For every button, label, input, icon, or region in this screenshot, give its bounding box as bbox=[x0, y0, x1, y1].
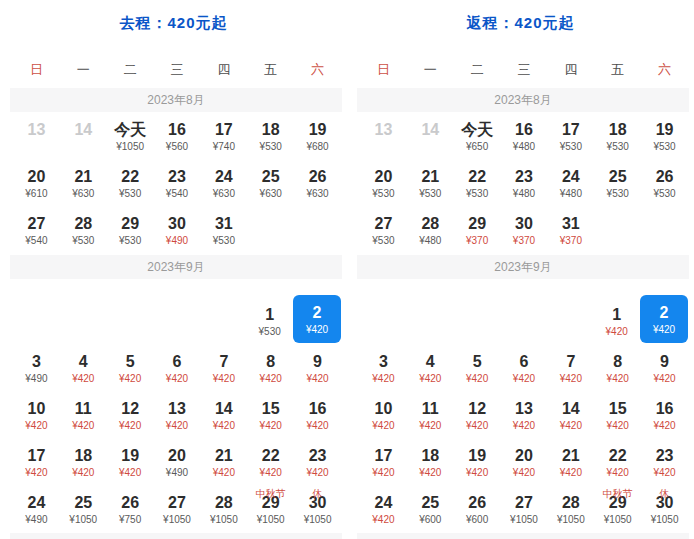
calendar-day-cell[interactable]: 14¥420 bbox=[547, 391, 594, 438]
day-cell-content: 28¥480 bbox=[407, 214, 454, 247]
calendar-day-cell[interactable]: 19¥530 bbox=[641, 112, 688, 159]
calendar-day-cell[interactable]: 15¥420 bbox=[594, 391, 641, 438]
calendar-day-cell[interactable]: 5¥420 bbox=[454, 344, 501, 391]
calendar-day-cell[interactable]: 今天¥1050 bbox=[107, 112, 154, 159]
calendar-day-cell[interactable]: 19¥680 bbox=[294, 112, 341, 159]
calendar-day-cell[interactable]: 25¥1050 bbox=[60, 485, 107, 532]
day-number: 13 bbox=[360, 120, 407, 140]
calendar-day-cell[interactable]: 24¥480 bbox=[547, 159, 594, 206]
calendar-day-cell[interactable]: 26¥600 bbox=[454, 485, 501, 532]
calendar-day-cell[interactable]: 16¥560 bbox=[154, 112, 201, 159]
calendar-day-cell[interactable]: 28¥480 bbox=[407, 206, 454, 253]
calendar-day-cell[interactable]: 21¥420 bbox=[200, 438, 247, 485]
calendar-day-cell[interactable]: 23¥420 bbox=[641, 438, 688, 485]
calendar-day-cell[interactable]: 26¥750 bbox=[107, 485, 154, 532]
calendar-day-cell[interactable]: 22¥530 bbox=[107, 159, 154, 206]
calendar-day-cell[interactable]: 16¥420 bbox=[294, 391, 341, 438]
calendar-day-cell[interactable]: 24¥420 bbox=[360, 485, 407, 532]
calendar-day-cell[interactable]: 28¥1050 bbox=[547, 485, 594, 532]
calendar-day-cell[interactable]: 21¥420 bbox=[547, 438, 594, 485]
calendar-day-cell[interactable]: 16¥480 bbox=[501, 112, 548, 159]
calendar-day-cell[interactable]: 12¥420 bbox=[107, 391, 154, 438]
calendar-day-cell[interactable]: 4¥420 bbox=[407, 344, 454, 391]
calendar-day-cell[interactable]: 7¥420 bbox=[547, 344, 594, 391]
calendar-day-cell[interactable]: 18¥420 bbox=[60, 438, 107, 485]
calendar-day-cell[interactable]: 17¥740 bbox=[200, 112, 247, 159]
day-number: 24 bbox=[360, 493, 407, 513]
calendar-day-cell[interactable]: 31¥530 bbox=[200, 206, 247, 253]
calendar-day-cell[interactable]: 9¥420 bbox=[641, 344, 688, 391]
calendar-day-cell[interactable]: 9¥420 bbox=[294, 344, 341, 391]
calendar-day-cell[interactable]: 13¥420 bbox=[501, 391, 548, 438]
calendar-day-cell[interactable]: 30¥370 bbox=[501, 206, 548, 253]
calendar-day-cell[interactable]: 20¥420 bbox=[501, 438, 548, 485]
calendar-day-cell[interactable]: 12¥420 bbox=[454, 391, 501, 438]
calendar-day-cell[interactable]: 23¥480 bbox=[501, 159, 548, 206]
calendar-day-cell[interactable]: 27¥530 bbox=[360, 206, 407, 253]
calendar-day-cell[interactable]: 10¥420 bbox=[13, 391, 60, 438]
calendar-day-cell[interactable]: 17¥420 bbox=[13, 438, 60, 485]
calendar-day-cell[interactable]: 20¥530 bbox=[360, 159, 407, 206]
calendar-day-cell[interactable]: 16¥420 bbox=[641, 391, 688, 438]
calendar-day-cell[interactable]: 2¥420 bbox=[293, 279, 341, 344]
calendar-day-cell[interactable]: 1¥420 bbox=[593, 279, 640, 344]
calendar-day-cell[interactable]: 17¥420 bbox=[360, 438, 407, 485]
calendar-day-cell[interactable]: 6¥420 bbox=[154, 344, 201, 391]
calendar-day-cell[interactable]: 中秋节29¥1050 bbox=[594, 485, 641, 532]
calendar-day-cell[interactable]: 21¥630 bbox=[60, 159, 107, 206]
calendar-day-cell[interactable]: 23¥540 bbox=[154, 159, 201, 206]
calendar-day-cell[interactable]: 28¥530 bbox=[60, 206, 107, 253]
calendar-day-cell[interactable]: 19¥420 bbox=[454, 438, 501, 485]
calendar-day-cell[interactable]: 27¥1050 bbox=[154, 485, 201, 532]
calendar-day-cell[interactable]: 25¥530 bbox=[594, 159, 641, 206]
calendar-day-cell[interactable]: 18¥530 bbox=[247, 112, 294, 159]
calendar-day-cell[interactable]: 29¥370 bbox=[454, 206, 501, 253]
calendar-day-cell[interactable]: 14¥420 bbox=[200, 391, 247, 438]
calendar-day-cell[interactable]: 15¥420 bbox=[247, 391, 294, 438]
calendar-day-cell[interactable]: 13¥420 bbox=[154, 391, 201, 438]
calendar-day-cell[interactable]: 26¥630 bbox=[294, 159, 341, 206]
calendar-day-cell[interactable]: 7¥420 bbox=[200, 344, 247, 391]
calendar-day-cell[interactable]: 30¥490 bbox=[154, 206, 201, 253]
calendar-day-cell[interactable]: 8¥420 bbox=[247, 344, 294, 391]
calendar-day-cell[interactable]: 19¥420 bbox=[107, 438, 154, 485]
calendar-day-cell[interactable]: 25¥630 bbox=[247, 159, 294, 206]
calendar-day-cell[interactable]: 5¥420 bbox=[107, 344, 154, 391]
calendar-day-cell[interactable]: 20¥490 bbox=[154, 438, 201, 485]
calendar-day-cell[interactable]: 21¥530 bbox=[407, 159, 454, 206]
calendar-day-cell[interactable]: 22¥530 bbox=[454, 159, 501, 206]
calendar-day-cell[interactable]: 2¥420 bbox=[640, 279, 688, 344]
calendar-day-cell[interactable]: 10¥420 bbox=[360, 391, 407, 438]
calendar-day-cell[interactable]: 31¥370 bbox=[547, 206, 594, 253]
day-number: 21 bbox=[547, 446, 594, 466]
calendar-day-cell[interactable]: 22¥420 bbox=[594, 438, 641, 485]
calendar-day-cell[interactable]: 8¥420 bbox=[594, 344, 641, 391]
calendar-day-cell[interactable]: 27¥540 bbox=[13, 206, 60, 253]
calendar-day-cell[interactable]: 今天¥650 bbox=[454, 112, 501, 159]
calendar-day-cell[interactable]: 24¥630 bbox=[200, 159, 247, 206]
calendar-day-cell[interactable]: 22¥420 bbox=[247, 438, 294, 485]
calendar-day-cell[interactable]: 17¥530 bbox=[547, 112, 594, 159]
calendar-day-cell[interactable]: 27¥1050 bbox=[501, 485, 548, 532]
calendar-day-cell[interactable]: 11¥420 bbox=[60, 391, 107, 438]
calendar-day-cell[interactable]: 11¥420 bbox=[407, 391, 454, 438]
calendar-day-cell[interactable]: 1¥530 bbox=[246, 279, 293, 344]
calendar-day-cell[interactable]: 中秋节29¥1050 bbox=[247, 485, 294, 532]
calendar-day-cell[interactable]: 24¥490 bbox=[13, 485, 60, 532]
calendar-day-cell[interactable]: 3¥490 bbox=[13, 344, 60, 391]
calendar-day-cell[interactable]: 18¥420 bbox=[407, 438, 454, 485]
calendar-day-cell[interactable]: 4¥420 bbox=[60, 344, 107, 391]
day-cell-content: 28¥530 bbox=[60, 214, 107, 247]
calendar-day-cell[interactable]: 6¥420 bbox=[501, 344, 548, 391]
calendar-day-cell[interactable]: 23¥420 bbox=[294, 438, 341, 485]
calendar-day-cell[interactable]: 25¥600 bbox=[407, 485, 454, 532]
calendar-day-cell[interactable]: 休30¥1050 bbox=[294, 485, 341, 532]
calendar-day-cell[interactable]: 3¥420 bbox=[360, 344, 407, 391]
calendar-day-cell[interactable]: 26¥530 bbox=[641, 159, 688, 206]
calendar-day-cell[interactable]: 休30¥1050 bbox=[641, 485, 688, 532]
calendar-day-cell[interactable]: 20¥610 bbox=[13, 159, 60, 206]
calendar-day-cell[interactable]: 18¥530 bbox=[594, 112, 641, 159]
calendar-day-cell[interactable]: 28¥1050 bbox=[200, 485, 247, 532]
calendar-day-cell[interactable]: 29¥530 bbox=[107, 206, 154, 253]
day-cell-content: 5¥420 bbox=[454, 352, 501, 385]
